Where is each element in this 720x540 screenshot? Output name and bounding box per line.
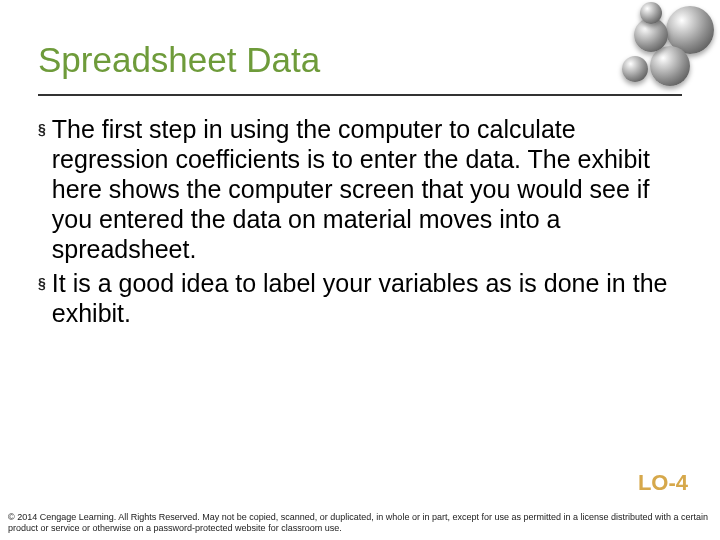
title-divider — [38, 94, 682, 96]
bullet-text: The first step in using the computer to … — [52, 114, 682, 264]
bullet-text: It is a good idea to label your variable… — [52, 268, 682, 328]
body-content: § The first step in using the computer t… — [0, 114, 720, 328]
bullet-marker: § — [38, 114, 46, 144]
slide-title: Spreadsheet Data — [38, 40, 682, 80]
bullet-item: § It is a good idea to label your variab… — [38, 268, 682, 328]
bullet-item: § The first step in using the computer t… — [38, 114, 682, 264]
copyright-footer: © 2014 Cengage Learning. All Rights Rese… — [8, 512, 712, 534]
bullet-marker: § — [38, 268, 46, 298]
decorative-spheres-image — [610, 0, 720, 100]
learning-objective-badge: LO-4 — [638, 470, 688, 496]
slide: Spreadsheet Data § The first step in usi… — [0, 0, 720, 540]
